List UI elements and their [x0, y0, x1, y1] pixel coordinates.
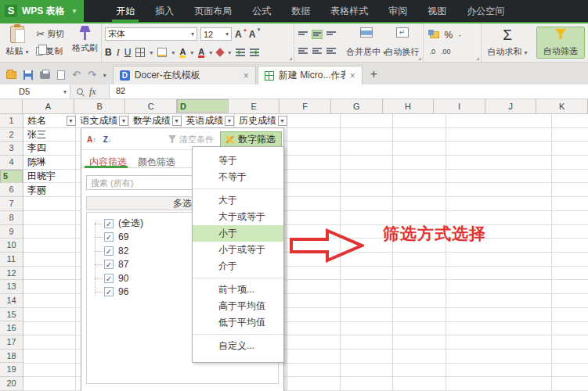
cell-A6[interactable]: 李丽: [27, 184, 46, 198]
italic-button[interactable]: I: [117, 47, 120, 59]
submenu-item[interactable]: 等于: [193, 152, 283, 169]
currency-format-icon[interactable]: [430, 31, 439, 38]
row-header-4[interactable]: 4: [0, 156, 23, 170]
percent-format-icon[interactable]: %: [445, 30, 453, 41]
row-header-8[interactable]: 8: [0, 211, 23, 225]
menu-tab-4[interactable]: 数据: [281, 0, 320, 22]
column-header-D[interactable]: D: [177, 99, 229, 113]
menu-tab-2[interactable]: 页面布局: [184, 0, 242, 22]
redo-icon[interactable]: ↷: [88, 70, 96, 80]
merge-center-button[interactable]: 合并居中 ▾: [348, 26, 385, 59]
column-header-B[interactable]: B: [74, 99, 126, 113]
align-top-icon[interactable]: [298, 30, 308, 39]
submenu-item[interactable]: 大于: [193, 192, 283, 209]
close-icon[interactable]: ×: [350, 70, 355, 81]
align-middle-icon[interactable]: [312, 30, 323, 39]
autofilter-button[interactable]: 自动筛选: [536, 27, 585, 59]
checkbox-icon[interactable]: ✓: [104, 287, 114, 296]
increase-font-button[interactable]: A: [235, 29, 246, 40]
cell-A2[interactable]: 张三: [27, 128, 46, 142]
align-left-icon[interactable]: [298, 46, 308, 56]
menu-tab-3[interactable]: 公式: [242, 0, 281, 22]
borders-icon[interactable]: [135, 48, 145, 57]
menu-tab-6[interactable]: 审阅: [378, 0, 417, 22]
print-preview-icon[interactable]: [57, 70, 65, 80]
column-header-E[interactable]: E: [229, 99, 280, 113]
row-header-15[interactable]: 15: [0, 308, 23, 322]
sort-descending-icon[interactable]: Z↓: [103, 135, 112, 144]
underline-button[interactable]: U: [124, 47, 132, 58]
clear-filter-button[interactable]: 清空条件: [168, 134, 214, 145]
sort-ascending-icon[interactable]: A↑: [87, 135, 96, 144]
filter-dropdown-button[interactable]: ▼: [225, 116, 234, 126]
row-header-1[interactable]: 1: [0, 114, 23, 128]
submenu-item[interactable]: 小于: [193, 225, 283, 242]
highlight-color-icon[interactable]: A: [179, 48, 186, 58]
wrap-text-button[interactable]: ↵ 自动换行: [385, 26, 420, 59]
save-icon[interactable]: [23, 70, 33, 80]
filter-dropdown-button[interactable]: ▼: [172, 116, 182, 126]
column-header-I[interactable]: I: [434, 99, 485, 113]
column-header-H[interactable]: H: [383, 99, 435, 113]
row-header-14[interactable]: 14: [0, 294, 23, 308]
submenu-item[interactable]: 大于或等于: [193, 209, 283, 225]
row-header-9[interactable]: 9: [0, 225, 23, 239]
quick-access-more-icon[interactable]: ▾: [103, 72, 106, 79]
doc-tab-workbook[interactable]: 新建 Micro...作表.xls * ×: [258, 66, 363, 84]
open-folder-icon[interactable]: [6, 71, 16, 79]
checkbox-icon[interactable]: ✓: [104, 219, 114, 228]
magnifier-icon[interactable]: [77, 88, 83, 95]
row-header-18[interactable]: 18: [0, 350, 23, 364]
increase-indent-icon[interactable]: [250, 48, 259, 56]
row-header-16[interactable]: 16: [0, 321, 23, 335]
autosum-button[interactable]: Σ 自动求和 ▾: [485, 26, 530, 59]
doc-tab-docer[interactable]: D Docer-在线模板 ×: [113, 66, 256, 84]
font-size-select[interactable]: 12▾: [200, 27, 232, 41]
copy-button[interactable]: 复制: [36, 43, 67, 59]
filter-dropdown-button[interactable]: ▼: [278, 116, 287, 126]
column-header-K[interactable]: K: [536, 99, 588, 113]
submenu-item[interactable]: 介于: [193, 258, 283, 274]
submenu-item[interactable]: 高于平均值: [193, 298, 283, 314]
new-tab-button[interactable]: +: [364, 67, 384, 84]
font-tool-icon[interactable]: [216, 48, 225, 56]
menu-tab-1[interactable]: 插入: [145, 0, 184, 22]
format-painter-button[interactable]: 格式刷: [72, 26, 98, 59]
align-right-icon[interactable]: [326, 46, 337, 56]
checkbox-icon[interactable]: ✓: [104, 246, 114, 256]
row-header-12[interactable]: 12: [0, 267, 23, 281]
submenu-item[interactable]: 前十项...: [193, 282, 283, 298]
font-name-select[interactable]: 宋体▾: [105, 27, 197, 41]
filter-dropdown-button[interactable]: ▼: [119, 116, 128, 126]
decrease-indent-icon[interactable]: [236, 48, 245, 56]
row-header-5[interactable]: 5: [0, 170, 23, 184]
increase-decimal-icon[interactable]: .0: [430, 48, 436, 56]
print-icon[interactable]: [40, 71, 50, 79]
font-color-icon[interactable]: A: [198, 48, 204, 58]
checkbox-icon[interactable]: ✓: [104, 232, 114, 242]
row-header-2[interactable]: 2: [0, 128, 23, 142]
paste-button[interactable]: 粘贴 ▾: [3, 26, 31, 59]
column-header-F[interactable]: F: [280, 99, 331, 113]
app-button[interactable]: S WPS 表格 ▾: [0, 0, 84, 22]
row-header-19[interactable]: 19: [0, 363, 23, 377]
number-filter-button[interactable]: 数字筛选: [220, 131, 282, 147]
column-header-G[interactable]: G: [331, 99, 383, 113]
comma-format-icon[interactable]: ·: [458, 30, 461, 41]
row-header-3[interactable]: 3: [0, 142, 23, 156]
close-icon[interactable]: ×: [243, 70, 249, 81]
checkbox-icon[interactable]: ✓: [104, 260, 114, 269]
menu-tab-0[interactable]: 开始: [106, 0, 145, 22]
row-header-11[interactable]: 11: [0, 253, 23, 267]
filter-dropdown-button[interactable]: ▼: [67, 116, 76, 126]
formula-input[interactable]: 82: [110, 84, 588, 99]
row-header-10[interactable]: 10: [0, 239, 23, 253]
align-bottom-icon[interactable]: [326, 30, 337, 39]
align-center-icon[interactable]: [312, 46, 323, 56]
row-header-7[interactable]: 7: [0, 197, 23, 211]
bold-button[interactable]: B: [105, 47, 112, 58]
submenu-item[interactable]: 小于或等于: [193, 242, 283, 258]
cut-button[interactable]: ✂ 剪切: [36, 27, 67, 42]
checkbox-icon[interactable]: ✓: [104, 274, 114, 283]
menu-tab-8[interactable]: 办公空间: [456, 0, 514, 22]
